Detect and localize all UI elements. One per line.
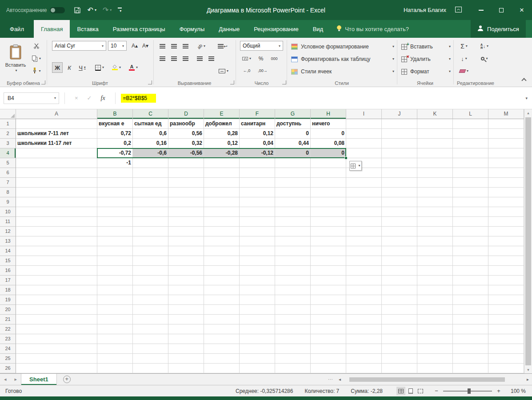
cell-F22[interactable] bbox=[240, 324, 275, 334]
cell-C17[interactable] bbox=[133, 276, 168, 285]
cell-C6[interactable] bbox=[133, 168, 168, 178]
cell-D10[interactable] bbox=[168, 207, 204, 217]
cell-A6[interactable] bbox=[16, 168, 97, 178]
cell-H24[interactable] bbox=[311, 344, 346, 354]
clear-button[interactable]: ▾ bbox=[457, 66, 471, 76]
comma-style-button[interactable]: 000 bbox=[268, 54, 281, 63]
cell-J22[interactable] bbox=[382, 324, 417, 334]
cell-I9[interactable] bbox=[346, 197, 382, 207]
cell-K6[interactable] bbox=[417, 168, 453, 178]
cell-L6[interactable] bbox=[453, 168, 488, 178]
cell-M8[interactable] bbox=[488, 188, 524, 197]
cell-J14[interactable] bbox=[382, 246, 417, 256]
cell-K16[interactable] bbox=[417, 266, 453, 276]
cell-K19[interactable] bbox=[417, 295, 453, 305]
cell-A10[interactable] bbox=[16, 207, 97, 217]
align-middle-button[interactable] bbox=[168, 41, 179, 51]
cell-M16[interactable] bbox=[488, 266, 524, 276]
cell-H3[interactable]: 0,08 bbox=[311, 139, 346, 148]
cell-I19[interactable] bbox=[346, 295, 382, 305]
cell-E17[interactable] bbox=[204, 276, 240, 285]
alignment-dialog-launcher[interactable] bbox=[230, 80, 234, 84]
cell-B13[interactable] bbox=[97, 236, 133, 246]
expand-formula-bar-icon[interactable]: ▾ bbox=[525, 96, 528, 100]
cell-D21[interactable] bbox=[168, 315, 204, 324]
cell-K14[interactable] bbox=[417, 246, 453, 256]
cell-E3[interactable]: 0,12 bbox=[204, 139, 240, 148]
cell-D22[interactable] bbox=[168, 324, 204, 334]
cell-F5[interactable] bbox=[240, 158, 275, 168]
cell-E8[interactable] bbox=[204, 188, 240, 197]
cell-B1[interactable]: вкусная е bbox=[97, 119, 133, 129]
row-header-26[interactable]: 26 bbox=[0, 364, 16, 373]
cell-H1[interactable]: ничего bbox=[311, 119, 346, 129]
row-header-16[interactable]: 16 bbox=[0, 266, 16, 276]
ribbon-tab-3[interactable]: Разметка страницы bbox=[106, 20, 172, 38]
cell-I1[interactable] bbox=[346, 119, 382, 129]
accounting-format-button[interactable]: ▾ bbox=[240, 54, 253, 63]
insert-function-button[interactable]: fx bbox=[101, 95, 105, 102]
cell-E10[interactable] bbox=[204, 207, 240, 217]
cell-G10[interactable] bbox=[275, 207, 311, 217]
cell-M23[interactable] bbox=[488, 334, 524, 344]
zoom-slider[interactable] bbox=[443, 391, 492, 392]
cell-M3[interactable] bbox=[488, 139, 524, 148]
cell-D12[interactable] bbox=[168, 227, 204, 236]
paste-button[interactable]: Вставить ▾ bbox=[4, 40, 28, 76]
cell-D7[interactable] bbox=[168, 178, 204, 188]
cell-H19[interactable] bbox=[311, 295, 346, 305]
cell-D20[interactable] bbox=[168, 305, 204, 315]
cell-G12[interactable] bbox=[275, 227, 311, 236]
hscroll-right-icon[interactable]: ▸ bbox=[524, 374, 532, 385]
zoom-level[interactable]: 100 % bbox=[503, 388, 526, 394]
bold-button[interactable]: Ж bbox=[52, 62, 63, 73]
tell-me-box[interactable]: Что вы хотите сделать? bbox=[336, 20, 409, 38]
cell-H22[interactable] bbox=[311, 324, 346, 334]
name-box[interactable]: B4 ▾ bbox=[4, 92, 59, 104]
autosum-button[interactable]: Σ▾ bbox=[457, 41, 471, 51]
font-name-combo[interactable]: Arial Cyr▾ bbox=[52, 41, 106, 51]
cell-M2[interactable] bbox=[488, 129, 524, 139]
zoom-slider-thumb[interactable] bbox=[468, 388, 471, 394]
conditional-formatting-button[interactable]: Условное форматирование ▾ bbox=[291, 41, 394, 52]
cell-J24[interactable] bbox=[382, 344, 417, 354]
cell-J7[interactable] bbox=[382, 178, 417, 188]
cell-F23[interactable] bbox=[240, 334, 275, 344]
cell-E13[interactable] bbox=[204, 236, 240, 246]
cell-L12[interactable] bbox=[453, 227, 488, 236]
cell-L3[interactable] bbox=[453, 139, 488, 148]
cell-A13[interactable] bbox=[16, 236, 97, 246]
formula-input[interactable]: =B2*$B$5 bbox=[121, 92, 526, 104]
close-button[interactable]: × bbox=[512, 0, 532, 20]
cell-F19[interactable] bbox=[240, 295, 275, 305]
undo-button[interactable]: ↶▾ bbox=[87, 7, 96, 14]
cell-K17[interactable] bbox=[417, 276, 453, 285]
cell-M6[interactable] bbox=[488, 168, 524, 178]
cell-A18[interactable] bbox=[16, 285, 97, 295]
cell-B7[interactable] bbox=[97, 178, 133, 188]
cell-I20[interactable] bbox=[346, 305, 382, 315]
column-header-L[interactable]: L bbox=[453, 109, 488, 119]
sort-filter-button[interactable]: АЯ ↓ ▾ bbox=[476, 41, 493, 51]
ribbon-tab-6[interactable]: Рецензирование bbox=[247, 20, 305, 38]
cell-E6[interactable] bbox=[204, 168, 240, 178]
fill-color-button[interactable]: ▾ bbox=[109, 62, 124, 73]
ribbon-display-options-icon[interactable] bbox=[455, 7, 462, 14]
cell-K22[interactable] bbox=[417, 324, 453, 334]
cell-A5[interactable] bbox=[16, 158, 97, 168]
cell-E20[interactable] bbox=[204, 305, 240, 315]
row-header-14[interactable]: 14 bbox=[0, 246, 16, 256]
cell-G4[interactable]: 0 bbox=[275, 148, 311, 158]
cell-K7[interactable] bbox=[417, 178, 453, 188]
cell-A9[interactable] bbox=[16, 197, 97, 207]
cell-J13[interactable] bbox=[382, 236, 417, 246]
cell-L11[interactable] bbox=[453, 217, 488, 227]
cell-B3[interactable]: 0,2 bbox=[97, 139, 133, 148]
cell-C5[interactable] bbox=[133, 158, 168, 168]
cell-E23[interactable] bbox=[204, 334, 240, 344]
cell-J12[interactable] bbox=[382, 227, 417, 236]
cell-D16[interactable] bbox=[168, 266, 204, 276]
vertical-scrollbar[interactable]: ▴ ▾ bbox=[524, 109, 532, 373]
cell-I26[interactable] bbox=[346, 364, 382, 373]
row-header-24[interactable]: 24 bbox=[0, 344, 16, 354]
